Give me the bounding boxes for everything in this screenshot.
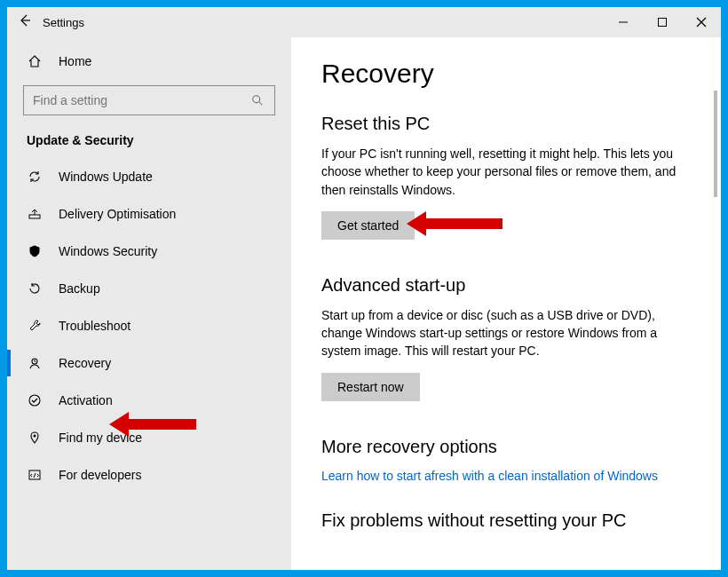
advanced-description: Start up from a device or disc (such as … [321, 306, 691, 360]
shield-icon [27, 244, 43, 258]
sidebar-item-label: Delivery Optimisation [59, 207, 176, 221]
location-icon [27, 431, 43, 445]
clean-install-link[interactable]: Learn how to start afresh with a clean i… [321, 469, 658, 483]
delivery-icon [27, 207, 43, 221]
search-icon [249, 94, 265, 107]
more-recovery-section: More recovery options Learn how to start… [321, 437, 691, 484]
wrench-icon [27, 319, 43, 333]
sidebar-item-windows-security[interactable]: Windows Security [7, 233, 291, 270]
home-nav[interactable]: Home [7, 43, 291, 80]
sidebar-item-activation[interactable]: Activation [7, 382, 291, 419]
maximize-button[interactable] [643, 9, 682, 36]
sidebar-item-backup[interactable]: Backup [7, 270, 291, 307]
sync-icon [27, 170, 43, 184]
sidebar-item-label: Find my device [59, 431, 142, 445]
sidebar-item-label: Recovery [59, 356, 111, 370]
code-icon [27, 468, 43, 482]
window-title: Settings [43, 16, 84, 29]
fix-title: Fix problems without resetting your PC [321, 510, 691, 531]
sidebar-item-for-developers[interactable]: For developers [7, 456, 291, 494]
close-button[interactable] [682, 9, 721, 36]
sidebar-item-windows-update[interactable]: Windows Update [7, 158, 291, 195]
more-title: More recovery options [321, 437, 691, 457]
sidebar-item-delivery-optimisation[interactable]: Delivery Optimisation [7, 195, 291, 233]
sidebar-item-label: Activation [59, 393, 113, 407]
svg-rect-2 [659, 19, 667, 27]
svg-point-5 [253, 96, 260, 103]
sidebar: Home Update & Security Windows Update De… [7, 37, 291, 570]
page-title: Recovery [321, 59, 691, 89]
sidebar-item-label: For developers [59, 468, 141, 482]
home-icon [27, 54, 43, 68]
svg-line-6 [259, 102, 263, 106]
titlebar: Settings [7, 7, 721, 37]
advanced-title: Advanced start-up [321, 275, 691, 296]
category-heading: Update & Security [7, 128, 291, 158]
sidebar-item-label: Windows Security [59, 244, 157, 258]
reset-title: Reset this PC [321, 114, 691, 134]
sidebar-item-label: Troubleshoot [59, 319, 131, 333]
search-box[interactable] [23, 85, 275, 115]
sidebar-item-find-my-device[interactable]: Find my device [7, 419, 291, 456]
back-button[interactable] [7, 13, 43, 31]
sidebar-item-label: Windows Update [59, 170, 153, 184]
svg-rect-7 [29, 215, 40, 218]
scrollbar[interactable] [714, 91, 717, 197]
reset-this-pc-section: Reset this PC If your PC isn't running w… [321, 114, 691, 240]
backup-icon [27, 281, 43, 296]
search-input[interactable] [33, 93, 249, 107]
svg-point-9 [29, 395, 40, 406]
sidebar-item-recovery[interactable]: Recovery [7, 344, 291, 382]
sidebar-item-label: Backup [59, 281, 100, 296]
check-circle-icon [27, 393, 43, 407]
minimize-button[interactable] [604, 9, 643, 36]
restart-now-button[interactable]: Restart now [321, 373, 420, 401]
settings-window: Settings Home Update & Security Windows … [7, 7, 721, 570]
recovery-icon [27, 356, 43, 370]
fix-problems-section: Fix problems without resetting your PC [321, 510, 691, 531]
reset-description: If your PC isn't running well, resetting… [321, 145, 691, 199]
svg-point-10 [34, 435, 36, 438]
main-content: Recovery Reset this PC If your PC isn't … [291, 37, 721, 570]
sidebar-item-troubleshoot[interactable]: Troubleshoot [7, 307, 291, 344]
home-label: Home [59, 54, 91, 68]
get-started-button[interactable]: Get started [321, 211, 415, 240]
advanced-startup-section: Advanced start-up Start up from a device… [321, 275, 691, 401]
